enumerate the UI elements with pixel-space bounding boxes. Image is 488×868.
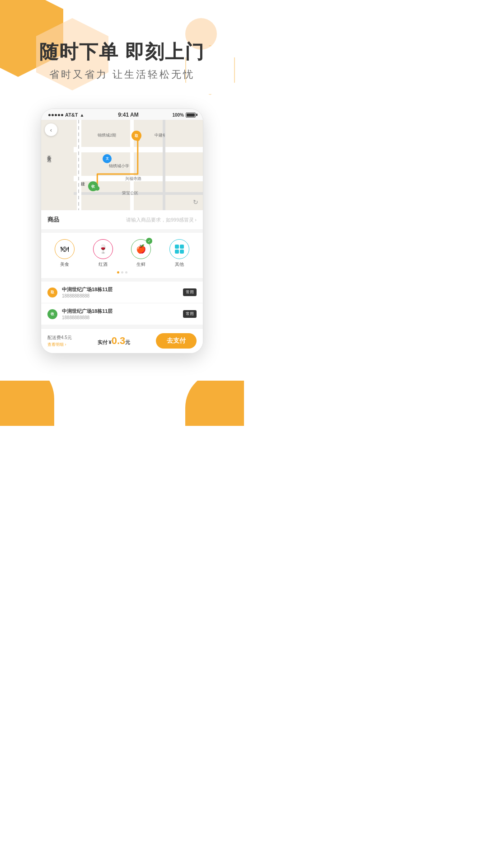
category-item-other[interactable]: 其他 xyxy=(169,239,189,268)
signal-dot xyxy=(58,114,60,116)
delivery-fee-label: 配送费4.5元 xyxy=(47,335,72,341)
status-bar: AT&T ▲ 9:41 AM 100% xyxy=(41,109,203,120)
status-right: 100% xyxy=(172,113,196,118)
total-unit: 元 xyxy=(125,340,130,345)
category-name-other: 其他 xyxy=(175,261,184,268)
carrier-label: AT&T xyxy=(65,112,78,118)
category-name-fresh: 生鲜 xyxy=(136,261,145,268)
delivery-addr-tag: 常用 xyxy=(183,310,197,318)
hero-section: 随时下单 即刻上门 省时又省力 让生活轻松无忧 xyxy=(0,0,244,95)
wifi-icon: ▲ xyxy=(80,113,84,118)
pickup-address-row[interactable]: 取 中润世纪广场18栋11层 18888888888 常用 xyxy=(41,282,203,303)
goods-label: 商品 xyxy=(47,216,59,224)
map-label-jinxiu2: 锦绣城2期 xyxy=(98,132,116,138)
pickup-addr-phone: 18888888888 xyxy=(62,293,178,298)
road-h1 xyxy=(74,147,203,152)
category-icon-fresh: 🍎 ✓ xyxy=(131,239,151,259)
category-item-wine[interactable]: 🍷 红酒 xyxy=(93,239,113,268)
category-icon-other xyxy=(169,239,189,259)
category-icon-wine: 🍷 xyxy=(93,239,113,259)
delivery-fee-section: 配送费4.5元 查看明细 › xyxy=(47,335,72,348)
delivery-addr-name: 中润世纪广场18栋11层 xyxy=(62,308,178,315)
grid-icon xyxy=(174,244,184,254)
svg-rect-4 xyxy=(175,250,179,254)
total-price-display: 实付 ¥0.3元 xyxy=(98,335,131,347)
fee-detail-link[interactable]: 查看明细 › xyxy=(47,342,72,348)
signal-dot xyxy=(61,114,63,116)
goods-section[interactable]: 商品 请输入商品要求，如999感冒灵 › xyxy=(41,210,203,233)
school-marker: 文 xyxy=(103,154,112,163)
signal-dot xyxy=(55,114,57,116)
status-time: 9:41 AM xyxy=(118,112,139,118)
address-section: 取 中润世纪广场18栋11层 18888888888 常用 收 中润世纪广场18… xyxy=(41,282,203,328)
pay-button[interactable]: 去支付 xyxy=(156,333,197,349)
delivery-addr-phone: 18888888888 xyxy=(62,315,178,320)
category-pagination xyxy=(46,271,198,274)
battery-icon xyxy=(186,113,196,118)
pickup-addr-tag: 常用 xyxy=(183,288,197,296)
map-label-rongbao: 荣宝公区 xyxy=(122,190,138,196)
category-section: 🍽 美食 🍷 红酒 🍎 ✓ 生鲜 xyxy=(41,233,203,282)
signal-bars xyxy=(48,114,63,116)
map-label-school: 锦绣城小学 xyxy=(109,163,129,169)
map-label-zhongjian: 中建钅 xyxy=(155,132,167,138)
category-name-food: 美食 xyxy=(60,261,69,268)
pickup-addr-marker: 取 xyxy=(47,288,57,297)
signal-dot xyxy=(48,114,51,116)
hero-title: 随时下单 即刻上门 xyxy=(23,41,221,63)
bottom-right-decoration xyxy=(185,381,244,426)
signal-dot xyxy=(52,114,54,116)
category-item-food[interactable]: 🍽 美食 xyxy=(55,239,75,268)
delivery-addr-marker: 收 xyxy=(47,309,57,319)
map-label-xingfu: 兴福寺路 xyxy=(125,176,141,182)
goods-input-placeholder[interactable]: 请输入商品要求，如999感冒灵 › xyxy=(126,217,197,223)
svg-rect-5 xyxy=(180,250,184,254)
battery-label: 100% xyxy=(172,113,184,118)
bottom-left-decoration xyxy=(0,381,54,426)
svg-rect-2 xyxy=(175,245,179,249)
cat-dot-2 xyxy=(121,271,123,274)
delivery-address-row[interactable]: 收 中润世纪广场18栋11层 18888888888 常用 xyxy=(41,303,203,325)
map-label-qilu: 齐鲁大道 xyxy=(46,151,52,155)
delivery-addr-info: 中润世纪广场18栋11层 18888888888 xyxy=(62,308,178,320)
pickup-addr-name: 中润世纪广场18栋11层 xyxy=(62,286,178,293)
phone-container: AT&T ▲ 9:41 AM 100% xyxy=(41,108,203,354)
phone-mockup: AT&T ▲ 9:41 AM 100% xyxy=(41,108,203,354)
status-left: AT&T ▲ xyxy=(48,112,84,118)
svg-rect-3 xyxy=(180,245,184,249)
delivery-marker: 收 xyxy=(88,181,98,191)
total-amount: 0.3 xyxy=(112,335,126,346)
cat-dot-1 xyxy=(117,271,119,274)
hero-subtitle: 省时又省力 让生活轻松无忧 xyxy=(23,68,221,81)
back-button[interactable]: ‹ xyxy=(45,123,57,136)
map-background: 锦绣城2期 中建钅 齐鲁大道 锦绣城小学 兴福寺路 荣宝公区 往建 取 xyxy=(41,120,203,210)
category-items: 🍽 美食 🍷 红酒 🍎 ✓ 生鲜 xyxy=(46,239,198,268)
category-item-fresh[interactable]: 🍎 ✓ 生鲜 xyxy=(131,239,151,268)
battery-fill xyxy=(187,113,195,117)
map-area: 锦绣城2期 中建钅 齐鲁大道 锦绣城小学 兴福寺路 荣宝公区 往建 取 xyxy=(41,120,203,210)
pickup-addr-info: 中润世纪广场18栋11层 18888888888 xyxy=(62,286,178,298)
category-name-wine: 红酒 xyxy=(99,261,108,268)
pickup-marker: 取 xyxy=(131,131,141,141)
cat-dot-3 xyxy=(125,271,127,274)
bottom-bar: 配送费4.5元 查看明细 › 实付 ¥0.3元 去支付 xyxy=(41,328,203,353)
road-dashed xyxy=(78,120,79,210)
category-icon-food: 🍽 xyxy=(55,239,75,259)
goods-arrow-icon: › xyxy=(195,217,197,222)
refresh-icon[interactable]: ↻ xyxy=(193,198,198,206)
total-label: 实付 ¥ xyxy=(98,340,112,345)
category-check-icon: ✓ xyxy=(146,238,152,244)
